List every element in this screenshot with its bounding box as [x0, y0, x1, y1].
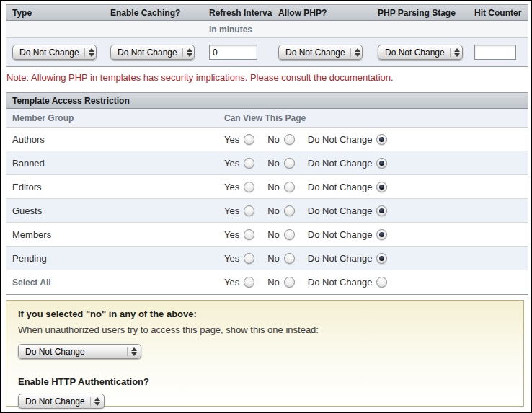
no-panel-description: When unauthorized users try to access th…: [18, 324, 512, 335]
option-label-yes: Yes: [224, 229, 239, 240]
hit-counter-input[interactable]: [474, 45, 516, 60]
access-options: Yes No Do Not Change: [218, 229, 528, 240]
option-label-yes: Yes: [224, 158, 239, 169]
member-group-label: Banned: [6, 158, 218, 169]
member-group-label: Authors: [6, 134, 218, 145]
option-label-do-not-change: Do Not Change: [308, 277, 373, 288]
no-selected-panel: If you selected "no" in any of the above…: [6, 300, 524, 407]
option-label-yes: Yes: [224, 205, 239, 216]
php-parsing-stage-select-value: Do Not Change: [385, 48, 445, 58]
access-table-title: Template Access Restriction: [6, 93, 528, 109]
select-arrows-icon: [127, 347, 137, 356]
member-group-label: Members: [6, 229, 218, 240]
radio-do-not-change[interactable]: [376, 158, 387, 169]
option-label-yes: Yes: [224, 253, 239, 264]
radio-do-not-change[interactable]: [376, 205, 387, 216]
option-label-no: No: [267, 182, 280, 192]
option-label-yes: Yes: [224, 134, 239, 145]
access-row: Editors Yes No Do Not Change: [6, 175, 528, 199]
access-row: Authors Yes No Do Not Change: [6, 128, 528, 151]
member-group-label: Pending: [6, 253, 218, 264]
radio-yes[interactable]: [244, 277, 254, 288]
refresh-interval-hint: In minutes: [203, 25, 272, 35]
radio-yes[interactable]: [244, 158, 254, 169]
php-parsing-stage-select[interactable]: Do Not Change: [378, 45, 463, 60]
radio-no[interactable]: [284, 253, 295, 264]
member-group-label: Select All: [6, 277, 218, 288]
select-arrows-icon: [350, 48, 360, 57]
access-row: Members Yes No Do Not Change: [6, 223, 528, 247]
option-label-do-not-change: Do Not Change: [308, 253, 373, 264]
option-label-do-not-change: Do Not Change: [308, 158, 373, 169]
select-arrows-icon: [182, 48, 192, 57]
allow-php-select[interactable]: Do Not Change: [278, 45, 363, 60]
radio-do-not-change[interactable]: [376, 277, 387, 288]
access-options: Yes No Do Not Change: [218, 277, 528, 288]
settings-header-row: Type Enable Caching? Refresh Interval Al…: [6, 5, 528, 21]
select-arrows-icon: [450, 48, 460, 57]
radio-yes[interactable]: [244, 205, 254, 216]
col-header-refresh-interval: Refresh Interval: [203, 8, 272, 18]
col-header-enable-caching: Enable Caching?: [105, 8, 203, 18]
redirect-page-select[interactable]: Do Not Change: [18, 344, 141, 359]
col-header-type: Type: [6, 8, 105, 18]
http-auth-select[interactable]: Do Not Change: [18, 394, 105, 409]
member-group-label: Editors: [6, 182, 218, 192]
template-access-restriction-table: Template Access Restriction Member Group…: [6, 92, 528, 295]
radio-yes[interactable]: [244, 253, 254, 264]
option-label-do-not-change: Do Not Change: [308, 205, 373, 216]
access-options: Yes No Do Not Change: [218, 158, 528, 169]
option-label-do-not-change: Do Not Change: [308, 182, 373, 192]
radio-do-not-change[interactable]: [376, 134, 387, 145]
option-label-no: No: [267, 134, 280, 145]
col-header-allow-php: Allow PHP?: [272, 8, 372, 18]
type-select[interactable]: Do Not Change: [12, 45, 97, 60]
option-label-no: No: [267, 229, 280, 240]
radio-do-not-change[interactable]: [376, 253, 387, 264]
template-preferences-page: Type Enable Caching? Refresh Interval Al…: [1, 1, 531, 409]
settings-controls-row: Do Not Change Do Not Change Do Not Chang…: [6, 38, 528, 66]
col-header-php-parsing-stage: PHP Parsing Stage: [372, 8, 469, 18]
access-row: Banned Yes No Do Not Change: [6, 151, 528, 175]
access-row: Select All Yes No Do Not Change: [6, 270, 528, 294]
radio-do-not-change[interactable]: [376, 182, 387, 192]
settings-subheader-row: In minutes: [6, 21, 528, 38]
allow-php-select-value: Do Not Change: [285, 48, 345, 58]
access-options: Yes No Do Not Change: [218, 134, 528, 145]
template-settings-table: Type Enable Caching? Refresh Interval Al…: [6, 4, 528, 67]
radio-yes[interactable]: [244, 182, 254, 192]
radio-no[interactable]: [284, 205, 295, 216]
radio-yes[interactable]: [244, 134, 254, 145]
access-row: Guests Yes No Do Not Change: [6, 199, 528, 223]
radio-no[interactable]: [284, 182, 295, 192]
http-auth-select-value: Do Not Change: [25, 396, 85, 407]
col-header-member-group: Member Group: [6, 113, 218, 123]
select-arrows-icon: [90, 397, 100, 406]
enable-caching-select[interactable]: Do Not Change: [110, 45, 195, 60]
radio-no[interactable]: [284, 229, 295, 240]
access-table-subheader: Member Group Can View This Page: [6, 109, 528, 128]
refresh-interval-input[interactable]: [209, 45, 257, 60]
member-group-label: Guests: [6, 205, 218, 216]
radio-no[interactable]: [284, 158, 295, 169]
type-select-value: Do Not Change: [19, 48, 79, 58]
access-options: Yes No Do Not Change: [218, 205, 528, 216]
option-label-no: No: [267, 205, 280, 216]
redirect-page-select-value: Do Not Change: [25, 347, 122, 357]
radio-do-not-change[interactable]: [376, 229, 387, 240]
radio-yes[interactable]: [244, 229, 254, 240]
no-panel-heading: If you selected "no" in any of the above…: [18, 308, 512, 319]
option-label-no: No: [267, 277, 280, 288]
option-label-no: No: [267, 158, 280, 169]
radio-no[interactable]: [284, 277, 295, 288]
option-label-yes: Yes: [224, 182, 239, 192]
option-label-do-not-change: Do Not Change: [308, 229, 373, 240]
radio-no[interactable]: [284, 134, 295, 145]
select-arrows-icon: [84, 48, 94, 57]
access-options: Yes No Do Not Change: [218, 182, 528, 192]
php-security-note: Note: Allowing PHP in templates has secu…: [6, 72, 528, 83]
option-label-do-not-change: Do Not Change: [308, 134, 373, 145]
access-row: Pending Yes No Do Not Change: [6, 247, 528, 270]
http-auth-label: Enable HTTP Authentication?: [18, 376, 512, 387]
col-header-can-view: Can View This Page: [218, 113, 528, 123]
